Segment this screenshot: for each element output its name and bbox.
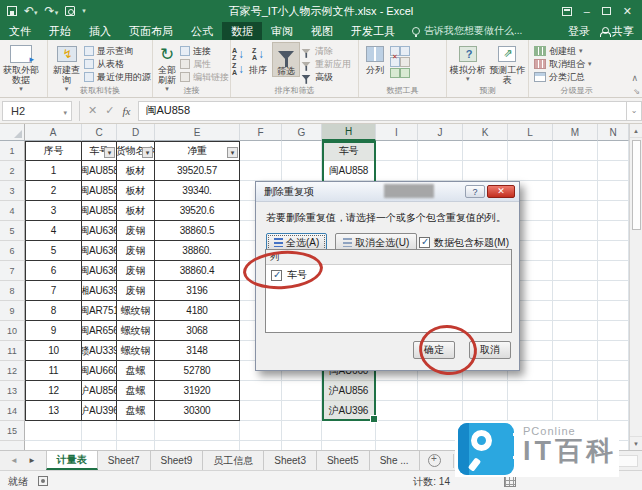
cell-C9[interactable]: 闽AR751 xyxy=(82,301,117,321)
ribbon-tab-视图[interactable]: 视图 xyxy=(302,22,342,40)
col-header-K[interactable]: K xyxy=(463,124,508,141)
cell-E4[interactable]: 39520.6 xyxy=(155,201,240,221)
cell-H1[interactable]: 车号 xyxy=(322,141,376,161)
name-box[interactable]: H2 ▾ xyxy=(2,101,72,121)
cancel-button[interactable]: 取消 xyxy=(469,341,511,359)
customize-qat-icon[interactable]: ▾ xyxy=(82,7,86,15)
cell-C4[interactable]: 闽AU858 xyxy=(82,201,117,221)
cell-C1[interactable]: 车号 xyxy=(82,141,117,161)
row-header-7[interactable]: 7 xyxy=(0,261,25,281)
properties-button[interactable]: 属性 xyxy=(180,58,229,70)
cell-C15[interactable] xyxy=(82,421,117,441)
cell-M13[interactable] xyxy=(553,381,598,401)
row-header-1[interactable]: 1 xyxy=(0,141,25,161)
consolidate-icon[interactable] xyxy=(390,68,400,78)
cell-E15[interactable] xyxy=(155,421,240,441)
cell-N12[interactable] xyxy=(598,361,629,381)
cell-J14[interactable] xyxy=(418,401,463,421)
row-header-10[interactable]: 10 xyxy=(0,321,25,341)
cell-J2[interactable] xyxy=(418,161,463,181)
reapply-button[interactable]: 重新应用 xyxy=(300,58,351,70)
cell-G15[interactable] xyxy=(282,421,322,441)
row-header-11[interactable]: 11 xyxy=(0,341,25,361)
cell-D1[interactable]: 货物名称 xyxy=(117,141,155,161)
cell-D6[interactable]: 废钢 xyxy=(117,241,155,261)
cell-C3[interactable]: 闽AU858 xyxy=(82,181,117,201)
row-header-13[interactable]: 13 xyxy=(0,381,25,401)
cell-J1[interactable] xyxy=(418,141,463,161)
cell-G1[interactable] xyxy=(282,141,322,161)
col-header-G[interactable]: G xyxy=(282,124,322,141)
row-header-6[interactable]: 6 xyxy=(0,241,25,261)
ribbon-tab-页面布局[interactable]: 页面布局 xyxy=(120,22,182,40)
cell-D11[interactable]: 螺纹钢 xyxy=(117,341,155,361)
scroll-down-icon[interactable]: ▼ xyxy=(630,436,642,450)
ungroup-button[interactable]: 取消组合▾ xyxy=(534,58,641,70)
cell-L1[interactable] xyxy=(508,141,553,161)
ribbon-tab-公式[interactable]: 公式 xyxy=(182,22,222,40)
cell-A4[interactable]: 3 xyxy=(25,201,82,221)
print-preview-icon[interactable] xyxy=(65,6,75,16)
col-header-C[interactable]: C xyxy=(82,124,117,141)
cell-M4[interactable] xyxy=(553,201,598,221)
column-checkbox-item[interactable]: 车号 xyxy=(266,265,511,282)
cell-A16[interactable] xyxy=(25,441,82,450)
from-table-button[interactable]: 从表格 xyxy=(84,58,151,70)
cell-A7[interactable]: 6 xyxy=(25,261,82,281)
cell-G16[interactable] xyxy=(282,441,322,450)
cell-E8[interactable]: 3196 xyxy=(155,281,240,301)
manage-data-model-icon[interactable] xyxy=(400,68,410,78)
filter-button-E1[interactable] xyxy=(227,147,238,158)
cell-D5[interactable]: 废钢 xyxy=(117,221,155,241)
col-header-D[interactable]: D xyxy=(117,124,155,141)
cell-M6[interactable] xyxy=(553,241,598,261)
sign-in-button[interactable]: 登录 xyxy=(568,24,590,39)
ribbon-display-options-icon[interactable] xyxy=(562,7,572,16)
cell-I14[interactable] xyxy=(376,401,418,421)
cell-E3[interactable]: 39340. xyxy=(155,181,240,201)
cell-F2[interactable] xyxy=(240,161,282,181)
cell-A12[interactable]: 11 xyxy=(25,361,82,381)
cell-E12[interactable]: 52780 xyxy=(155,361,240,381)
cell-A15[interactable] xyxy=(25,421,82,441)
ribbon-tab-文件[interactable]: 文件 xyxy=(0,22,40,40)
new-sheet-icon[interactable] xyxy=(428,454,441,467)
sort-button[interactable]: ZA↓ 排序 xyxy=(244,42,272,75)
vertical-scroll-thumb[interactable] xyxy=(632,140,641,230)
remove-duplicates-icon[interactable] xyxy=(390,46,400,56)
cell-L2[interactable] xyxy=(508,161,553,181)
ribbon-tab-审阅[interactable]: 审阅 xyxy=(262,22,302,40)
cell-E9[interactable]: 4180 xyxy=(155,301,240,321)
cell-G14[interactable] xyxy=(282,401,322,421)
cell-A1[interactable]: 序号 xyxy=(25,141,82,161)
col-header-E[interactable]: E xyxy=(155,124,240,141)
cell-F16[interactable] xyxy=(240,441,282,450)
tab-scroll-splitter[interactable] xyxy=(453,454,454,468)
cell-N14[interactable] xyxy=(598,401,629,421)
cell-M12[interactable] xyxy=(553,361,598,381)
cell-A9[interactable]: 8 xyxy=(25,301,82,321)
recent-sources-button[interactable]: 最近使用的源 xyxy=(84,71,151,83)
cell-A11[interactable]: 10 xyxy=(25,341,82,361)
cell-N13[interactable] xyxy=(598,381,629,401)
cell-D16[interactable] xyxy=(117,441,155,450)
filter-button-D1[interactable] xyxy=(142,147,153,158)
cell-C2[interactable]: 闽AU858 xyxy=(82,161,117,181)
cell-C11[interactable]: 赣AU339 xyxy=(82,341,117,361)
cell-M5[interactable] xyxy=(553,221,598,241)
cell-M2[interactable] xyxy=(553,161,598,181)
row-header-12[interactable]: 12 xyxy=(0,361,25,381)
cell-C6[interactable]: 闽AU636 xyxy=(82,241,117,261)
show-queries-button[interactable]: 显示查询 xyxy=(84,45,151,57)
cell-F15[interactable] xyxy=(240,421,282,441)
cell-N11[interactable] xyxy=(598,341,629,361)
cell-K2[interactable] xyxy=(463,161,508,181)
cell-C12[interactable]: 闽AU660 xyxy=(82,361,117,381)
cell-I1[interactable] xyxy=(376,141,418,161)
cell-G13[interactable] xyxy=(282,381,322,401)
expand-formula-bar-icon[interactable]: ⌄ xyxy=(626,101,642,121)
cell-D8[interactable]: 废钢 xyxy=(117,281,155,301)
cell-I16[interactable] xyxy=(376,441,418,450)
cell-N4[interactable] xyxy=(598,201,629,221)
sheet-tab-5[interactable]: Sheet3 xyxy=(264,451,317,470)
